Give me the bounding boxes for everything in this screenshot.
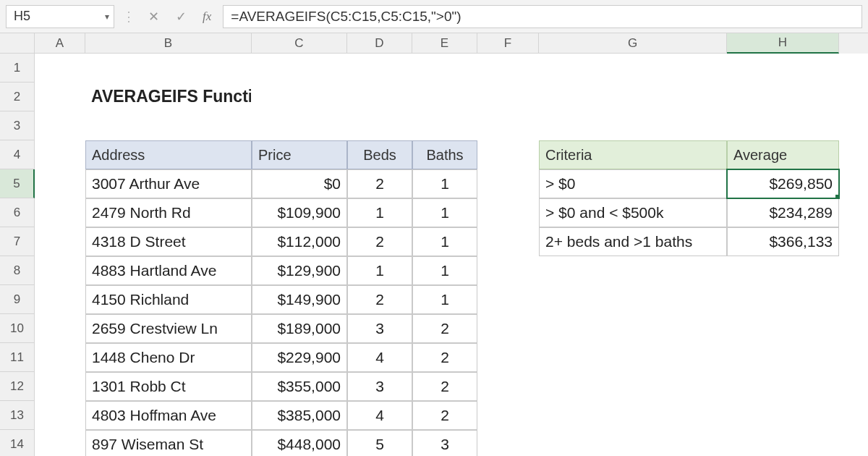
cell-D12[interactable]: 3 bbox=[347, 372, 412, 401]
cell-D10[interactable]: 3 bbox=[347, 314, 412, 343]
row-header-1[interactable]: 1 bbox=[0, 54, 35, 83]
header-average[interactable]: Average bbox=[727, 140, 839, 169]
row-header-6[interactable]: 6 bbox=[0, 198, 35, 227]
cell-G7[interactable]: 2+ beds and >1 baths bbox=[539, 227, 727, 256]
cell-A7[interactable] bbox=[35, 227, 85, 256]
cell-G5[interactable]: > $0 bbox=[539, 169, 727, 198]
col-header-G[interactable]: G bbox=[539, 33, 727, 54]
cell-E8[interactable]: 1 bbox=[412, 256, 477, 285]
cell-F11[interactable] bbox=[477, 343, 539, 372]
cell-B5[interactable]: 3007 Arthur Ave bbox=[85, 169, 252, 198]
cell-D2[interactable] bbox=[347, 83, 412, 111]
cell-B9[interactable]: 4150 Richland bbox=[85, 285, 252, 314]
cell-G13[interactable] bbox=[539, 401, 727, 430]
cell-A2[interactable] bbox=[35, 83, 85, 111]
cell-G12[interactable] bbox=[539, 372, 727, 401]
cell-D1[interactable] bbox=[347, 54, 412, 83]
cell-C14[interactable]: $448,000 bbox=[252, 430, 347, 456]
cell-C9[interactable]: $149,900 bbox=[252, 285, 347, 314]
cell-H7[interactable]: $366,133 bbox=[727, 227, 839, 256]
cell-G11[interactable] bbox=[539, 343, 727, 372]
cell-D13[interactable]: 4 bbox=[347, 401, 412, 430]
cell-H14[interactable] bbox=[727, 430, 839, 456]
cancel-button[interactable]: ✕ bbox=[143, 7, 163, 27]
header-criteria[interactable]: Criteria bbox=[539, 140, 727, 169]
cell-E10[interactable]: 2 bbox=[412, 314, 477, 343]
cell-A1[interactable] bbox=[35, 54, 85, 83]
cell-C7[interactable]: $112,000 bbox=[252, 227, 347, 256]
cell-H11[interactable] bbox=[727, 343, 839, 372]
row-header-5[interactable]: 5 bbox=[0, 169, 35, 198]
cell-H5-active[interactable]: $269,850 bbox=[727, 169, 839, 198]
cell-D11[interactable]: 4 bbox=[347, 343, 412, 372]
cell-G10[interactable] bbox=[539, 314, 727, 343]
row-header-13[interactable]: 13 bbox=[0, 401, 35, 430]
row-header-4[interactable]: 4 bbox=[0, 140, 35, 169]
cell-A8[interactable] bbox=[35, 256, 85, 285]
cell-E11[interactable]: 2 bbox=[412, 343, 477, 372]
worksheet[interactable]: A B C D E F G H 1 2 AVERAGEIFS Function bbox=[0, 33, 868, 456]
cell-D8[interactable]: 1 bbox=[347, 256, 412, 285]
cell-A14[interactable] bbox=[35, 430, 85, 456]
cell-F5[interactable] bbox=[477, 169, 539, 198]
header-price[interactable]: Price bbox=[252, 140, 347, 169]
header-beds[interactable]: Beds bbox=[347, 140, 412, 169]
cell-G14[interactable] bbox=[539, 430, 727, 456]
cell-G3[interactable] bbox=[539, 111, 727, 140]
cell-C8[interactable]: $129,900 bbox=[252, 256, 347, 285]
cell-E1[interactable] bbox=[412, 54, 477, 83]
col-header-E[interactable]: E bbox=[412, 33, 477, 54]
row-header-7[interactable]: 7 bbox=[0, 227, 35, 256]
cell-H9[interactable] bbox=[727, 285, 839, 314]
row-header-8[interactable]: 8 bbox=[0, 256, 35, 285]
cell-A4[interactable] bbox=[35, 140, 85, 169]
cell-G6[interactable]: > $0 and < $500k bbox=[539, 198, 727, 227]
cell-B1[interactable] bbox=[85, 54, 252, 83]
cell-B3[interactable] bbox=[85, 111, 252, 140]
cell-B13[interactable]: 4803 Hoffman Ave bbox=[85, 401, 252, 430]
cell-F6[interactable] bbox=[477, 198, 539, 227]
cell-H10[interactable] bbox=[727, 314, 839, 343]
cell-B8[interactable]: 4883 Hartland Ave bbox=[85, 256, 252, 285]
cell-F14[interactable] bbox=[477, 430, 539, 456]
cell-H3[interactable] bbox=[727, 111, 839, 140]
cell-C3[interactable] bbox=[252, 111, 347, 140]
cell-F13[interactable] bbox=[477, 401, 539, 430]
cell-D5[interactable]: 2 bbox=[347, 169, 412, 198]
cell-A6[interactable] bbox=[35, 198, 85, 227]
cell-H2[interactable] bbox=[727, 83, 839, 111]
cell-A9[interactable] bbox=[35, 285, 85, 314]
row-header-11[interactable]: 11 bbox=[0, 343, 35, 372]
formula-input[interactable]: =AVERAGEIFS(C5:C15,C5:C15,">0") bbox=[223, 5, 862, 28]
cell-D3[interactable] bbox=[347, 111, 412, 140]
cell-F9[interactable] bbox=[477, 285, 539, 314]
cell-F10[interactable] bbox=[477, 314, 539, 343]
cell-C12[interactable]: $355,000 bbox=[252, 372, 347, 401]
cell-F4[interactable] bbox=[477, 140, 539, 169]
cell-H1[interactable] bbox=[727, 54, 839, 83]
cell-B7[interactable]: 4318 D Street bbox=[85, 227, 252, 256]
cell-C1[interactable] bbox=[252, 54, 347, 83]
cell-C11[interactable]: $229,900 bbox=[252, 343, 347, 372]
cell-E12[interactable]: 2 bbox=[412, 372, 477, 401]
row-header-2[interactable]: 2 bbox=[0, 83, 35, 111]
cell-E5[interactable]: 1 bbox=[412, 169, 477, 198]
cell-B11[interactable]: 1448 Cheno Dr bbox=[85, 343, 252, 372]
cell-E3[interactable] bbox=[412, 111, 477, 140]
col-header-C[interactable]: C bbox=[252, 33, 347, 54]
row-header-12[interactable]: 12 bbox=[0, 372, 35, 401]
cell-E6[interactable]: 1 bbox=[412, 198, 477, 227]
cell-F7[interactable] bbox=[477, 227, 539, 256]
cell-B14[interactable]: 897 Wiseman St bbox=[85, 430, 252, 456]
cell-B12[interactable]: 1301 Robb Ct bbox=[85, 372, 252, 401]
cell-B2-title[interactable]: AVERAGEIFS Function bbox=[85, 83, 252, 111]
cell-B6[interactable]: 2479 North Rd bbox=[85, 198, 252, 227]
cell-D14[interactable]: 5 bbox=[347, 430, 412, 456]
col-header-A[interactable]: A bbox=[35, 33, 85, 54]
cell-D7[interactable]: 2 bbox=[347, 227, 412, 256]
name-box-dropdown-icon[interactable]: ▾ bbox=[105, 12, 109, 22]
row-header-14[interactable]: 14 bbox=[0, 430, 35, 456]
cell-C10[interactable]: $189,000 bbox=[252, 314, 347, 343]
enter-button[interactable]: ✓ bbox=[171, 7, 191, 27]
cell-G9[interactable] bbox=[539, 285, 727, 314]
